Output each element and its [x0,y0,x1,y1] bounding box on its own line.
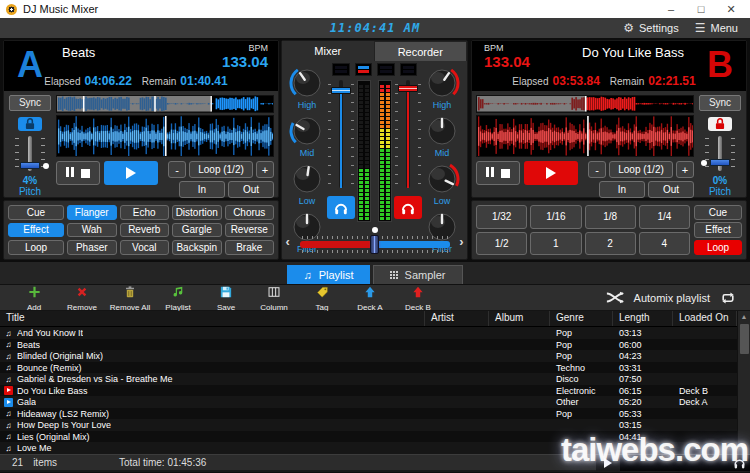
deck-a-headphone-cue-button[interactable] [327,196,355,219]
kill-indicator-3[interactable] [377,63,395,76]
column-header-artist[interactable]: Artist [425,311,489,326]
table-row[interactable]: ♫Love Me [0,442,737,454]
effect-backspin-button[interactable]: Backspin [172,240,222,255]
toolbar-save-button[interactable]: Save [202,284,250,312]
automix-playlist-button[interactable]: Automix playlist [634,292,710,304]
table-row[interactable]: ♫Bounce (Remix)Techno03:31 [0,362,737,374]
tab-sampler[interactable]: Sampler [373,265,463,284]
deck-a-mid-knob[interactable]: Mid [289,113,325,158]
deck-b-overview-waveform[interactable] [476,95,694,113]
deck-a-pause-stop-button[interactable] [56,161,100,185]
crossfader-left-chevron[interactable]: ‹ [286,235,290,249]
effect-distortion-button[interactable]: Distortion [172,205,222,220]
deck-b-high-knob[interactable]: High [424,65,460,110]
deck-a-loop-in-button[interactable]: In [179,181,225,198]
pitch-handle[interactable] [20,162,40,169]
effect-reverse-button[interactable]: Reverse [225,223,275,238]
deck-a-loop-out-button[interactable]: Out [228,181,274,198]
deck-b-loop-in-button[interactable]: In [599,181,645,198]
effect-phaser-button[interactable]: Phaser [67,240,117,255]
toolbar-tag-button[interactable]: Tag [298,284,346,312]
deck-a-volume-fader[interactable] [332,80,350,188]
toolbar-playlist-button[interactable]: Playlist [154,284,202,312]
deck-b-cue-mode-button[interactable]: Cue [694,205,742,220]
deck-a-pitch-lock-button[interactable] [18,117,42,131]
beat-1-2-button[interactable]: 1/2 [476,232,527,256]
toolbar-add-button[interactable]: Add [10,284,58,312]
crossfader-right-chevron[interactable]: › [459,235,463,249]
column-header-title[interactable]: Title [0,311,425,326]
effect-chorus-button[interactable]: Chorus [225,205,275,220]
scrollbar-thumb[interactable] [740,324,749,354]
deck-a-pitch-slider[interactable] [13,136,47,171]
deck-a-loop-button[interactable]: Loop (1/2) [189,161,253,178]
deck-b-loop-plus-button[interactable]: + [676,161,694,178]
scroll-down-icon[interactable]: ▼ [741,443,748,454]
fader-handle[interactable] [331,87,351,94]
deck-b-pitch-slider[interactable] [703,136,737,171]
deck-b-pause-stop-button[interactable] [476,161,520,185]
toolbar-deck-a-button[interactable]: Deck A [346,284,394,312]
deck-b-loop-mode-button[interactable]: Loop [694,240,742,255]
table-row[interactable]: ♫Hideaway (LS2 Remix)Pop05:33 [0,408,737,420]
deck-a-overview-waveform[interactable] [56,95,274,113]
effect-vocal-button[interactable]: Vocal [120,240,170,255]
column-header-genre[interactable]: Genre [550,311,613,326]
effect-gargle-button[interactable]: Gargle [172,223,222,238]
crossfader-track[interactable] [300,241,450,248]
column-header-album[interactable]: Album [489,311,550,326]
preview-play-button[interactable] [596,455,620,471]
deck-b-volume-fader[interactable] [399,80,417,188]
toolbar-remove-button[interactable]: Remove [58,284,106,312]
deck-b-low-knob[interactable]: Low [424,161,460,206]
table-row[interactable]: ♫Lies (Original Mix)04:41 [0,431,737,443]
toolbar-deck-b-button[interactable]: Deck B [394,284,442,312]
tab-recorder[interactable]: Recorder [374,41,468,61]
deck-b-effect-mode-button[interactable]: Effect [694,222,742,237]
beat-2-button[interactable]: 2 [585,232,636,256]
beat-4-button[interactable]: 4 [639,232,690,256]
beat-1-32-button[interactable]: 1/32 [476,205,527,229]
kill-indicator-2[interactable] [355,63,373,76]
deck-b-sync-button[interactable]: Sync [699,95,741,111]
maximize-button[interactable]: □ [686,0,716,18]
pitch-handle[interactable] [710,159,730,166]
deck-a-cue-mode-button[interactable]: Cue [8,205,64,220]
beat-1-8-button[interactable]: 1/8 [585,205,636,229]
deck-a-sync-button[interactable]: Sync [9,95,51,111]
deck-a-effect-mode-button[interactable]: Effect [8,223,64,238]
deck-b-headphone-cue-button[interactable] [394,196,422,219]
beat-1-button[interactable]: 1 [530,232,581,256]
column-header-length[interactable]: Length [613,311,673,326]
table-row[interactable]: ♫Gabriel & Dresden vs Sia - Breathe MeDi… [0,373,737,385]
table-row[interactable]: ♫Blinded (Original Mix)Pop04:23 [0,350,737,362]
deck-b-waveform[interactable] [476,115,694,158]
tab-mixer[interactable]: Mixer [282,41,374,61]
toolbar-remove-all-button[interactable]: Remove All [106,284,154,312]
deck-b-loop-out-button[interactable]: Out [648,181,694,198]
close-button[interactable]: ✕ [716,0,746,18]
column-header-loaded-on[interactable]: Loaded On [673,311,737,326]
effect-echo-button[interactable]: Echo [120,205,170,220]
deck-a-low-knob[interactable]: Low [289,161,325,206]
deck-b-loop-button[interactable]: Loop (1/2) [609,161,673,178]
deck-b-play-button[interactable] [524,161,578,185]
beat-1-16-button[interactable]: 1/16 [530,205,581,229]
deck-b-loop-minus-button[interactable]: - [588,161,606,178]
table-row[interactable]: ♫And You Know ItPop03:13 [0,327,737,339]
kill-indicator-1[interactable] [332,63,350,76]
playlist-scrollbar[interactable]: ▲ ▼ [737,311,750,454]
effect-wah-button[interactable]: Wah [67,223,117,238]
preview-player-bar[interactable] [620,455,750,471]
shuffle-icon[interactable] [606,291,624,304]
deck-a-high-knob[interactable]: High [289,65,325,110]
deck-a-loop-plus-button[interactable]: + [256,161,274,178]
crossfader-handle[interactable] [370,235,379,254]
deck-a-play-button[interactable] [104,161,158,185]
kill-indicator-4[interactable] [400,63,418,76]
deck-a-loop-minus-button[interactable]: - [168,161,186,178]
tab-playlist[interactable]: ♫ Playlist [287,265,369,284]
minimize-button[interactable]: – [656,0,686,18]
fader-handle[interactable] [398,85,418,92]
menu-button[interactable]: ☰ Menu [695,21,738,35]
